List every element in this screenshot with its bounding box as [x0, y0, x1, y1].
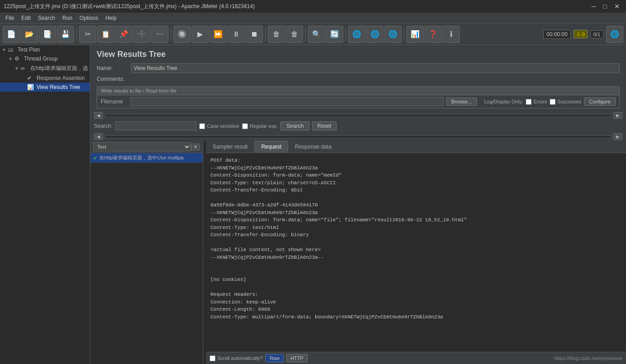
thread-group-icon: ⚙: [14, 56, 23, 62]
toggle-button[interactable]: 🔘: [173, 26, 191, 43]
copy-button[interactable]: 📋: [97, 26, 114, 43]
window-controls: ─ □ ✕: [589, 2, 622, 11]
successes-checkbox[interactable]: [550, 99, 556, 105]
search-input[interactable]: [115, 121, 196, 131]
remove-button[interactable]: ➖: [151, 26, 168, 43]
log-display-label: Log/Display Only:: [484, 99, 523, 104]
save-template-button[interactable]: 📑: [39, 26, 56, 43]
scroll-track-top: [105, 114, 612, 117]
template-button[interactable]: 📊: [406, 26, 424, 43]
add-button[interactable]: ➕: [133, 26, 150, 43]
menu-bar: File Edit Search Run Options Help: [0, 13, 626, 23]
tab-sampler-result[interactable]: Sampler result: [206, 141, 254, 153]
open-button[interactable]: 📂: [21, 26, 38, 43]
scroll-arrows-top: ◀ ▶: [90, 111, 626, 120]
raw-button[interactable]: Raw: [266, 354, 284, 362]
reset-button[interactable]: Reset: [312, 121, 336, 131]
scroll-left-btn-2[interactable]: ◀: [94, 133, 103, 140]
remote-stop-button[interactable]: 🌐: [366, 26, 383, 43]
window-title: 1225post_上传文件.jmx (D:\接口测试+web测试\1225pos…: [4, 3, 589, 10]
response-assertion-icon: ✔: [27, 75, 35, 81]
results-list: Text HTML JSON XML Regexp Tester CSS/JQu…: [90, 141, 203, 364]
file-section-header: Write results to file / Read from file: [97, 87, 619, 95]
successes-label: Successes: [557, 99, 581, 104]
search-button[interactable]: Search: [280, 121, 309, 131]
result-status-icon-0: ✔: [93, 155, 98, 161]
play-button[interactable]: ▶: [192, 26, 209, 43]
scroll-right-btn-2[interactable]: ▶: [613, 133, 622, 140]
new-button[interactable]: 📄: [3, 26, 20, 43]
request-content: POST data: --XKNETWjCqjPZvCEmtHu6e9rTZbB…: [206, 153, 626, 352]
view-type-select[interactable]: Text HTML JSON XML Regexp Tester CSS/JQu…: [93, 142, 191, 151]
bottom-bar: Scroll automatically? Raw HTTP https://b…: [206, 352, 626, 364]
tab-request[interactable]: Request: [254, 141, 288, 153]
sidebar-item-test-plan[interactable]: ▼ 🗂 Test Plan: [0, 45, 90, 54]
panel-title: View Results Tree: [90, 45, 626, 62]
warning-icon: ⚠: [576, 31, 581, 37]
save-button[interactable]: 💾: [57, 26, 74, 43]
tab-response-data[interactable]: Response data: [288, 141, 338, 153]
clear-all-button[interactable]: 🗑: [286, 26, 303, 43]
sidebar-item-thread-group[interactable]: ▼ ⚙ Thread Group: [0, 54, 90, 63]
case-sensitive-checkbox[interactable]: [199, 123, 205, 129]
results-area: Text HTML JSON XML Regexp Tester CSS/JQu…: [90, 141, 626, 364]
globe-button[interactable]: 🌐: [606, 26, 623, 43]
filename-input[interactable]: [131, 97, 444, 106]
tab-bar: Sampler result Request Response data: [206, 141, 626, 153]
sidebar-item-http-request[interactable]: ▼ ✏ 在http请求编辑页面，选: [0, 63, 90, 74]
minimize-button[interactable]: ─: [589, 2, 599, 11]
menu-search[interactable]: Search: [34, 14, 59, 22]
search-button-toolbar[interactable]: 🔍: [308, 26, 325, 43]
title-bar: 1225post_上传文件.jmx (D:\接口测试+web测试\1225pos…: [0, 0, 626, 13]
result-item-0[interactable]: ✔ 在http请求编辑页面，选中Use multipa: [90, 153, 203, 163]
close-button[interactable]: ✕: [612, 2, 622, 11]
tree-arrow-http-request: ▼: [14, 66, 21, 71]
play-no-pause-button[interactable]: ⏩: [210, 26, 227, 43]
stop-button[interactable]: ⏹: [246, 26, 263, 43]
maximize-button[interactable]: □: [601, 2, 610, 11]
scroll-auto-checkbox[interactable]: [210, 355, 215, 361]
regex-checkbox[interactable]: [242, 123, 248, 129]
cut-button[interactable]: ✂: [79, 26, 96, 43]
successes-checkbox-group: Successes: [550, 99, 581, 105]
view-results-tree-icon: 📊: [27, 84, 35, 90]
scroll-track-2: [105, 135, 612, 138]
menu-run[interactable]: Run: [59, 14, 76, 22]
warning-badge: ⚠ 0: [574, 30, 588, 38]
paste-button[interactable]: 📌: [115, 26, 132, 43]
scroll-right-btn[interactable]: ▶: [613, 112, 622, 119]
http-button[interactable]: HTTP: [286, 354, 308, 362]
results-list-content: ✔ 在http请求编辑页面，选中Use multipa: [90, 153, 203, 364]
result-item-label-0: 在http请求编辑页面，选中Use multipa: [99, 154, 183, 161]
content-area: View Results Tree Name: Comments: Write …: [90, 45, 626, 364]
scroll-arrows-2: ◀ ▶: [90, 132, 626, 141]
http-request-icon: ✏: [21, 65, 29, 72]
filename-label: Filename: [101, 98, 128, 105]
help-button[interactable]: ❓: [425, 26, 442, 43]
reset-button-toolbar[interactable]: 🔄: [326, 26, 343, 43]
menu-file[interactable]: File: [2, 14, 18, 22]
scroll-left-btn[interactable]: ◀: [94, 112, 103, 119]
sidebar-item-response-assertion[interactable]: ✔ Response Assertion: [0, 74, 90, 83]
time-display: 00:00:00: [543, 30, 571, 39]
stop-pause-button[interactable]: ⏸: [228, 26, 245, 43]
errors-checkbox-group: Errors: [526, 99, 547, 105]
clear-button[interactable]: 🗑: [268, 26, 285, 43]
sidebar-item-view-results-tree[interactable]: 📊 View Results Tree: [0, 83, 90, 92]
about-button[interactable]: ℹ: [443, 26, 460, 43]
remote-shutdown-button[interactable]: 🌐: [384, 26, 402, 43]
menu-help[interactable]: Help: [102, 14, 120, 22]
name-input[interactable]: [131, 63, 620, 73]
menu-edit[interactable]: Edit: [18, 14, 34, 22]
sidebar-label-http-request: 在http请求编辑页面，选: [30, 65, 88, 72]
menu-options[interactable]: Options: [76, 14, 102, 22]
errors-checkbox[interactable]: [526, 99, 532, 105]
browse-button[interactable]: Browse...: [446, 98, 477, 106]
configure-button[interactable]: Configure: [584, 98, 616, 106]
sidebar: ▼ 🗂 Test Plan ▼ ⚙ Thread Group ▼ ✏ 在http…: [0, 45, 90, 364]
list-scroll-down[interactable]: ▼: [191, 144, 200, 150]
toolbar-separator-3: [265, 28, 266, 41]
remote-start-button[interactable]: 🌐: [348, 26, 365, 43]
scroll-auto-label: Scroll automatically?: [217, 355, 263, 361]
toolbar-separator-6: [404, 28, 404, 41]
